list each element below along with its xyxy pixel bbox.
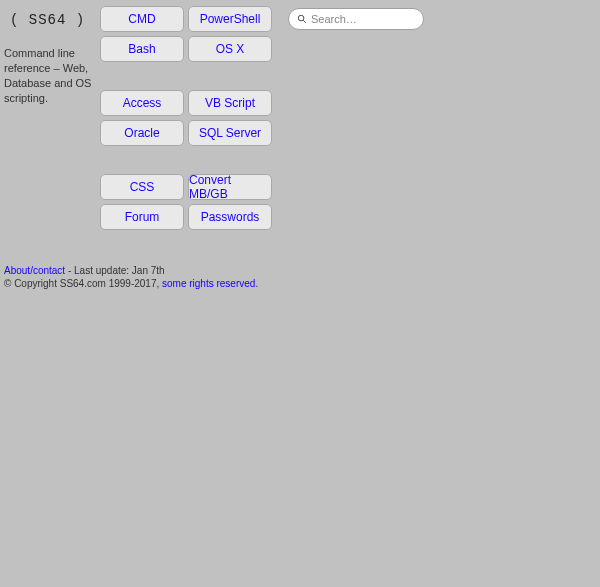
search-box[interactable] [288, 8, 424, 30]
nav-button-powershell[interactable]: PowerShell [188, 6, 272, 32]
last-update-text: - Last update: Jan 7th [65, 265, 165, 276]
search-input[interactable] [311, 13, 449, 25]
nav-button-forum[interactable]: Forum [100, 204, 184, 230]
nav-button-osx[interactable]: OS X [188, 36, 272, 62]
nav-button-bash[interactable]: Bash [100, 36, 184, 62]
nav-button-convert[interactable]: Convert MB/GB [188, 174, 272, 200]
nav-button-oracle[interactable]: Oracle [100, 120, 184, 146]
nav-button-vbscript[interactable]: VB Script [188, 90, 272, 116]
nav-button-css[interactable]: CSS [100, 174, 184, 200]
nav-button-passwords[interactable]: Passwords [188, 204, 272, 230]
nav-button-access[interactable]: Access [100, 90, 184, 116]
site-logo: ( SS64 ) [10, 12, 96, 28]
svg-line-1 [303, 20, 306, 23]
rights-link[interactable]: some rights reserved [162, 278, 255, 289]
nav-grid: CMD PowerShell Bash OS X Access VB Scrip… [100, 6, 280, 258]
search-icon [297, 12, 307, 27]
nav-button-cmd[interactable]: CMD [100, 6, 184, 32]
tagline: Command line reference – Web, Database a… [4, 46, 96, 105]
svg-point-0 [298, 15, 304, 21]
copyright-suffix: . [255, 278, 258, 289]
footer: About/contact - Last update: Jan 7th © C… [0, 258, 600, 290]
copyright-prefix: © Copyright SS64.com 1999-2017, [4, 278, 162, 289]
about-link[interactable]: About/contact [4, 265, 65, 276]
nav-button-sqlserver[interactable]: SQL Server [188, 120, 272, 146]
